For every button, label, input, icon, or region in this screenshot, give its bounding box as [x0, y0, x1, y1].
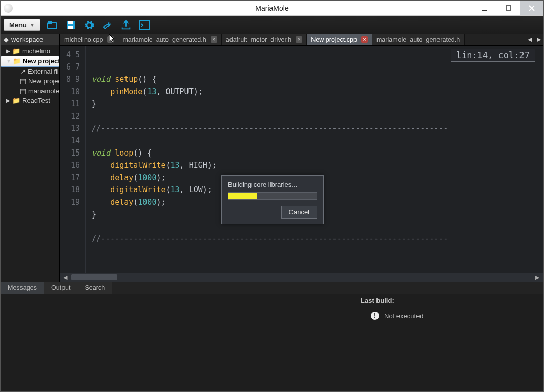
- app-logo-icon: [4, 4, 13, 13]
- tab-1[interactable]: mariamole_auto_generated.h×: [118, 34, 221, 45]
- tab-label: New project.cpp: [311, 36, 357, 43]
- folder-icon: 📁: [13, 47, 20, 55]
- tab-label: mariamole_auto_generated.h: [122, 36, 206, 43]
- window-title: MariaMole: [255, 4, 288, 12]
- tree-label: mariamole_auto_generated.h: [28, 87, 59, 95]
- tree-arrow-icon: ▼: [6, 58, 11, 64]
- bottom-tab-messages[interactable]: Messages: [1, 282, 44, 294]
- build-status-title: Last build:: [361, 297, 537, 304]
- sidebar-item-1[interactable]: ▼📁New project: [1, 56, 59, 67]
- file-icon: ↗: [20, 68, 26, 75]
- tabbar: michelino.cpp×mariamole_auto_generated.h…: [60, 34, 543, 46]
- tree-label: ReadTest: [22, 97, 50, 104]
- workspace-icon: ◆: [4, 36, 9, 43]
- tab-2[interactable]: adafruit_motor_driver.h×: [222, 34, 307, 45]
- tree-arrow-icon: ▶: [6, 98, 11, 103]
- build-status-panel: Last build: ! Not executed: [354, 294, 543, 391]
- bottom-panel: MessagesOutputSearch Last build: ! Not e…: [1, 282, 543, 391]
- terminal-icon[interactable]: [138, 18, 151, 32]
- line-gutter: 4 5 6 7 8 9 10 11 12 13 14 15 16 17 18 1…: [60, 46, 86, 273]
- svg-rect-1: [506, 6, 511, 10]
- cursor-position: lin:14, col:27: [451, 49, 535, 62]
- tab-close-icon[interactable]: ×: [361, 36, 368, 43]
- sidebar-header[interactable]: ◆ workspace: [1, 34, 59, 45]
- code-editor[interactable]: 4 5 6 7 8 9 10 11 12 13 14 15 16 17 18 1…: [60, 46, 543, 273]
- tab-close-icon[interactable]: ×: [211, 36, 217, 43]
- maximize-button[interactable]: [496, 1, 520, 15]
- bottom-tab-search[interactable]: Search: [78, 282, 113, 294]
- save-icon[interactable]: [64, 18, 77, 32]
- cancel-button[interactable]: Cancel: [281, 206, 317, 219]
- tree-label: New project: [23, 57, 59, 65]
- sidebar-title: workspace: [11, 36, 43, 43]
- svg-rect-7: [68, 21, 73, 24]
- file-icon: ▤: [20, 87, 26, 95]
- titlebar: MariaMole: [1, 1, 543, 16]
- sidebar-item-5[interactable]: ▶📁ReadTest: [1, 96, 59, 105]
- horizontal-scrollbar[interactable]: ◀ ▶: [60, 273, 543, 282]
- tab-label: michelino.cpp: [64, 36, 103, 43]
- bottom-content: [1, 294, 354, 391]
- tab-0[interactable]: michelino.cpp×: [60, 34, 118, 45]
- scroll-left-icon[interactable]: ◀: [60, 274, 70, 281]
- bottom-tabs: MessagesOutputSearch: [1, 282, 543, 294]
- dialog-message: Building core libraries...: [228, 181, 317, 188]
- build-dialog: Building core libraries... Cancel: [221, 175, 324, 224]
- folder-icon: 📁: [13, 97, 20, 104]
- sidebar: ◆ workspace ▶📁michelino▼📁New project↗Ext…: [1, 34, 60, 282]
- svg-rect-9: [139, 21, 150, 29]
- tab-nav: ◀ ▶: [525, 34, 543, 45]
- svg-rect-8: [68, 26, 73, 29]
- sidebar-item-3[interactable]: ▤New project.cpp: [1, 76, 59, 86]
- toolbar: Menu ▼: [1, 16, 543, 34]
- tab-close-icon[interactable]: ×: [107, 36, 114, 43]
- tab-label: adafruit_motor_driver.h: [226, 36, 292, 43]
- tree-arrow-icon: ▶: [6, 48, 11, 54]
- gear-icon[interactable]: [82, 18, 96, 32]
- scroll-thumb[interactable]: [71, 274, 117, 280]
- progress-bar: [228, 192, 317, 200]
- tab-3[interactable]: New project.cpp×: [307, 34, 372, 45]
- minimize-button[interactable]: [473, 1, 496, 15]
- tab-scroll-left-icon[interactable]: ◀: [525, 34, 534, 45]
- bottom-tab-output[interactable]: Output: [44, 282, 78, 294]
- tab-4[interactable]: mariamole_auto_generated.h: [372, 34, 465, 45]
- info-icon: !: [371, 312, 379, 320]
- sidebar-item-0[interactable]: ▶📁michelino: [1, 46, 59, 56]
- menu-label: Menu: [9, 21, 27, 29]
- scroll-right-icon[interactable]: ▶: [532, 274, 542, 281]
- tree-label: External files: [28, 68, 59, 75]
- progress-fill: [228, 193, 257, 199]
- file-icon: ▤: [20, 77, 26, 85]
- build-status-text: Not executed: [384, 312, 424, 320]
- chevron-down-icon: ▼: [30, 22, 35, 28]
- tab-close-icon[interactable]: ×: [296, 36, 302, 43]
- upload-icon[interactable]: [119, 18, 133, 32]
- sidebar-item-4[interactable]: ▤mariamole_auto_generated.h: [1, 86, 59, 96]
- close-button[interactable]: [520, 1, 543, 15]
- sidebar-item-2[interactable]: ↗External files: [1, 67, 59, 76]
- tab-label: mariamole_auto_generated.h: [376, 36, 460, 43]
- tree-label: michelino: [22, 47, 50, 55]
- svg-rect-5: [48, 21, 52, 24]
- code-content[interactable]: void setup() { pinMode(13, OUTPUT); } //…: [86, 46, 543, 273]
- tree-label: New project.cpp: [28, 77, 59, 85]
- tab-scroll-right-icon[interactable]: ▶: [534, 34, 543, 45]
- wrench-icon[interactable]: [101, 18, 114, 32]
- folder-icon: 📁: [13, 57, 20, 65]
- folder-icon[interactable]: [46, 18, 59, 32]
- editor-area: michelino.cpp×mariamole_auto_generated.h…: [60, 34, 543, 282]
- menu-button[interactable]: Menu ▼: [4, 19, 40, 31]
